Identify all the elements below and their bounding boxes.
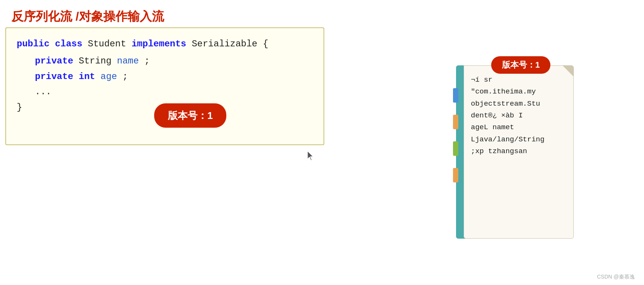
keyword-private-2: private — [35, 71, 73, 82]
code-block: public class Student implements Serializ… — [5, 27, 324, 145]
notebook-content: ¬í sr "com.itheima.my objectstream.Stu d… — [471, 76, 545, 155]
var-name: name — [117, 56, 139, 66]
code-line-2: private String name ; — [35, 54, 313, 69]
code-line-1: public class Student implements Serializ… — [17, 36, 313, 52]
keyword-public: public — [17, 39, 49, 49]
svg-marker-0 — [308, 151, 313, 160]
tab-blue — [453, 88, 458, 103]
tab-orange-1 — [453, 115, 458, 129]
version-badge-code: 版本号：1 — [154, 103, 226, 128]
keyword-private-1: private — [35, 56, 73, 66]
keyword-class: class — [55, 39, 82, 49]
page-title: 反序列化流 /对象操作输入流 — [11, 8, 164, 25]
tab-orange-2 — [453, 168, 458, 182]
version-badge-notebook: 版本号：1 — [491, 56, 551, 74]
footer-text: CSDN @秦慕逸 — [597, 274, 635, 280]
code-line-3: private int age ; — [35, 69, 313, 85]
notebook-paper: ¬í sr "com.itheima.my objectstream.Stu d… — [464, 65, 574, 239]
notebook-widget: 版本号：1 ¬í sr "com.itheima.my objectstream… — [456, 56, 574, 239]
mouse-cursor — [308, 151, 314, 160]
var-age: age — [101, 71, 117, 82]
code-line-4: ... — [35, 84, 313, 100]
keyword-implements: implements — [131, 39, 186, 49]
keyword-int: int — [79, 71, 95, 82]
tab-green — [453, 141, 458, 156]
